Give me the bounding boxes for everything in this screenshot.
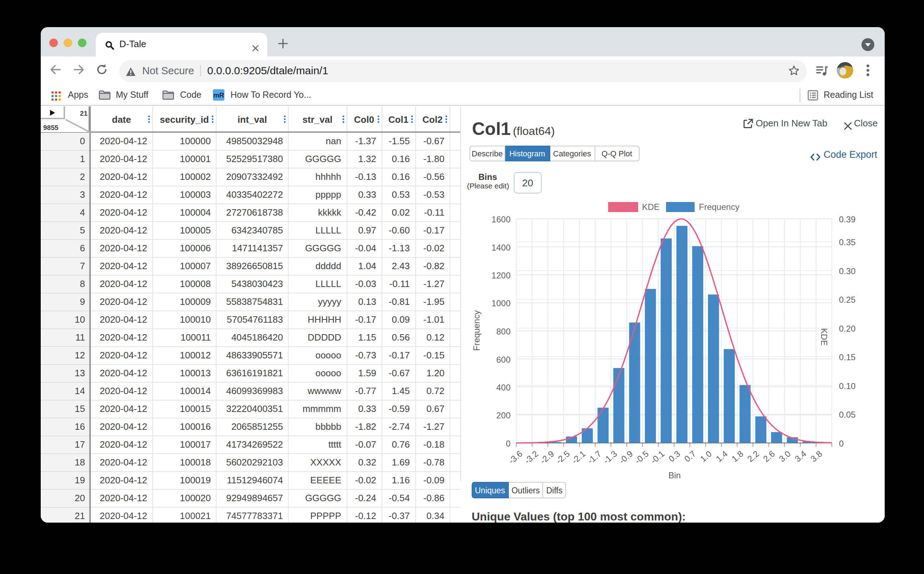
svg-text:mR: mR (213, 91, 224, 99)
svg-text:3.8: 3.8 (808, 449, 824, 464)
svg-text:0.25: 0.25 (839, 295, 856, 304)
svg-text:1200: 1200 (492, 271, 511, 280)
svg-text:-0.1: -0.1 (649, 449, 666, 465)
svg-text:0.05: 0.05 (839, 410, 856, 419)
svg-text:-3.6: -3.6 (507, 449, 524, 465)
svg-text:0: 0 (506, 439, 511, 448)
svg-text:-1.3: -1.3 (601, 449, 619, 465)
svg-text:1000: 1000 (492, 298, 511, 308)
svg-text:0.7: 0.7 (682, 449, 698, 464)
svg-text:0.15: 0.15 (839, 352, 856, 362)
svg-text:-2.5: -2.5 (554, 449, 572, 465)
svg-text:0.3: 0.3 (667, 449, 682, 464)
svg-text:2.2: 2.2 (745, 449, 761, 464)
svg-text:Bin: Bin (669, 470, 681, 480)
svg-text:0.35: 0.35 (839, 237, 856, 247)
svg-text:1.0: 1.0 (698, 449, 714, 464)
svg-text:400: 400 (496, 383, 511, 392)
svg-text:-1.7: -1.7 (585, 449, 603, 465)
svg-text:1.4: 1.4 (714, 449, 729, 464)
svg-text:1.8: 1.8 (729, 449, 745, 464)
svg-text:3.0: 3.0 (777, 449, 793, 464)
svg-text:1600: 1600 (492, 214, 511, 224)
svg-text:0.10: 0.10 (839, 381, 856, 391)
svg-text:1400: 1400 (492, 243, 511, 252)
svg-text:3.4: 3.4 (793, 449, 808, 464)
svg-text:-3.2: -3.2 (522, 449, 540, 465)
svg-text:-2.1: -2.1 (570, 449, 587, 465)
svg-text:Frequency: Frequency (471, 310, 481, 350)
svg-text:800: 800 (496, 326, 511, 336)
svg-text:0: 0 (839, 439, 843, 448)
svg-text:200: 200 (496, 410, 511, 420)
svg-text:0.20: 0.20 (839, 324, 856, 333)
svg-text:0.39: 0.39 (839, 214, 856, 224)
svg-text:-0.5: -0.5 (633, 449, 650, 465)
svg-text:2.6: 2.6 (761, 449, 777, 464)
svg-text:-2.9: -2.9 (538, 449, 556, 465)
svg-text:-0.9: -0.9 (617, 449, 634, 465)
svg-text:600: 600 (496, 355, 511, 364)
svg-text:KDE: KDE (819, 328, 829, 345)
svg-text:0.30: 0.30 (839, 266, 856, 276)
